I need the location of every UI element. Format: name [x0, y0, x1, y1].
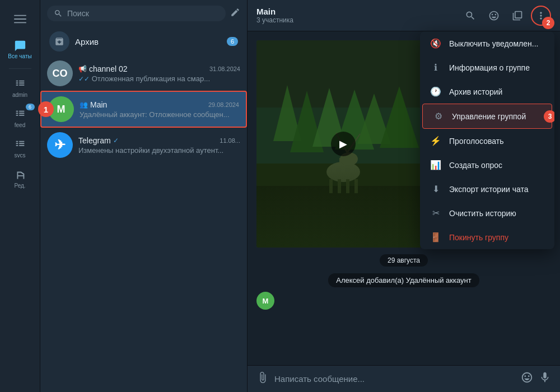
vote-label: Проголосовать [449, 137, 503, 146]
chat-item-channel02[interactable]: CO 📢 channel 02 31.08.2024 ✓✓ Отложенная… [40, 56, 247, 91]
sidebar-item-edit[interactable]: Ред. [7, 165, 34, 192]
chat-info-telegram: Telegram ✓ 11.08... Изменены настройки д… [78, 136, 240, 155]
history-archive-icon: 🕐 [430, 86, 441, 97]
menu-item-group-info[interactable]: ℹ Информация о группе [420, 55, 554, 80]
chat-title: Main [256, 7, 293, 16]
sidebar-divider [9, 68, 31, 69]
archive-badge: 6 [227, 37, 238, 46]
date-divider: 29 августа [256, 254, 551, 267]
system-message: Алексей добавил(а) Удалённый аккаунт [256, 273, 551, 287]
search-input[interactable] [67, 9, 219, 18]
message-input[interactable] [274, 374, 515, 384]
all-chats-label: Все чаты [8, 53, 31, 59]
svg-rect-1 [14, 18, 26, 20]
chat-list-panel: Архив 6 CO 📢 channel 02 31.08.2024 ✓✓ От… [40, 0, 248, 392]
date-badge: 29 августа [380, 254, 428, 267]
history-archive-label: Архив историй [449, 87, 502, 96]
menu-item-manage-group[interactable]: ⚙ Управление группой 3 [422, 104, 552, 129]
svg-rect-19 [354, 179, 358, 193]
chat-preview-main: Удалённый аккаунт: Отложенное сообщен... [80, 110, 239, 119]
step-badge-2: 2 [542, 17, 554, 29]
search-input-wrap[interactable] [47, 6, 226, 21]
chat-time-main: 29.08.2024 [208, 101, 239, 108]
compose-button[interactable] [230, 7, 240, 20]
create-poll-icon: 📊 [430, 160, 441, 170]
more-button[interactable] [507, 6, 528, 26]
video-thumb-large[interactable]: ▶ [256, 40, 430, 248]
svg-rect-0 [14, 15, 26, 16]
edit-label: Ред. [14, 183, 25, 189]
chat-name-main: 👥 Main [80, 100, 107, 109]
msg-user-avatar: М [256, 292, 274, 310]
chat-preview-telegram: Изменены настройки двухэтапной аутент... [78, 146, 240, 155]
verified-icon: ✓ [113, 137, 119, 144]
group-icon: 👥 [80, 101, 88, 109]
sidebar-item-feed[interactable]: 6 feed [7, 105, 34, 132]
group-info-icon: ℹ [430, 62, 441, 73]
chat-subtitle: 3 участника [256, 16, 293, 24]
group-info-label: Информация о группе [449, 63, 530, 72]
avatar-channel02: CO [47, 60, 73, 86]
menu-item-history-archive[interactable]: 🕐 Архив историй [420, 80, 554, 104]
attach-button[interactable] [256, 371, 269, 386]
vote-icon: ⚡ [430, 136, 441, 146]
chat-time-channel02: 31.08.2024 [209, 66, 240, 72]
sidebar-item-svcs[interactable]: svcs [7, 135, 34, 162]
emoji-button[interactable] [521, 371, 533, 386]
svg-rect-11 [256, 164, 430, 248]
sidebar-item-menu[interactable] [7, 6, 34, 32]
chat-item-telegram[interactable]: ✈ Telegram ✓ 11.08... Изменены настройки… [40, 128, 247, 162]
sidebar-item-admin[interactable]: admin [7, 74, 34, 101]
step-badge-1: 1 [38, 101, 54, 117]
chat-item-main[interactable]: 1 M 👥 Main 29.08.2024 Удалённый аккаунт:… [40, 91, 247, 128]
svg-rect-2 [14, 22, 26, 24]
archive-info: Архив [75, 37, 221, 46]
main-chat-area: Main 3 участника 2 [248, 0, 560, 392]
create-poll-label: Создать опрос [449, 161, 502, 170]
menu-item-leave-group[interactable]: 🚪 Покинуть группу [420, 225, 554, 249]
dropdown-menu: 🔇 Выключить уведомлен... ℹ Информация о … [420, 31, 554, 249]
menu-item-mute[interactable]: 🔇 Выключить уведомлен... [420, 31, 554, 55]
search-icon [54, 9, 63, 18]
svg-rect-4 [256, 40, 430, 108]
chat-header: Main 3 участника 2 [248, 0, 560, 31]
play-button-large[interactable]: ▶ [331, 132, 356, 156]
svg-rect-16 [329, 179, 333, 193]
chat-name-telegram: Telegram ✓ [78, 136, 119, 145]
admin-label: admin [12, 92, 27, 98]
svg-point-13 [326, 162, 360, 182]
mic-button[interactable] [539, 371, 551, 386]
channel-icon: 📢 [78, 65, 87, 73]
menu-item-clear-history[interactable]: ✂ Очистить историю [420, 201, 554, 225]
svcs-label: svcs [15, 152, 26, 158]
menu-item-vote[interactable]: ⚡ Проголосовать [420, 129, 554, 153]
chat-info-channel02: 📢 channel 02 31.08.2024 ✓✓ Отложенная пу… [78, 64, 240, 83]
chat-info-main: 👥 Main 29.08.2024 Удалённый аккаунт: Отл… [80, 100, 239, 119]
svg-rect-17 [338, 179, 341, 193]
mute-icon: 🔇 [430, 38, 441, 49]
narrow-sidebar: Все чаты admin 6 feed svcs Ред. [0, 0, 40, 392]
manage-group-icon: ⚙ [433, 111, 444, 122]
clear-history-label: Очистить историю [449, 209, 516, 218]
menu-item-export-history[interactable]: ⬇ Экспорт истории чата [420, 177, 554, 201]
export-history-icon: ⬇ [430, 184, 441, 194]
chat-name-channel02: 📢 channel 02 [78, 64, 128, 73]
menu-item-create-poll[interactable]: 📊 Создать опрос [420, 153, 554, 177]
menu-button[interactable]: 2 [531, 6, 551, 26]
reactions-button[interactable] [484, 6, 504, 26]
manage-group-label: Управление группой [452, 112, 526, 121]
msg-avatar-row: М [256, 292, 551, 310]
input-area [248, 365, 560, 392]
system-bubble: Алексей добавил(а) Удалённый аккаунт [328, 273, 479, 287]
svg-rect-18 [346, 179, 349, 193]
leave-group-label: Покинуть группу [449, 233, 508, 242]
chat-preview-channel02: ✓✓ Отложенная публикация на смар... [78, 74, 240, 83]
clear-history-icon: ✂ [430, 208, 441, 218]
feed-badge: 6 [26, 104, 35, 110]
search-button[interactable] [460, 6, 480, 26]
search-bar [40, 0, 247, 27]
archive-header[interactable]: Архив 6 [40, 27, 247, 56]
chat-header-info: Main 3 участника [256, 7, 293, 24]
export-history-label: Экспорт истории чата [449, 185, 528, 194]
sidebar-item-all-chats[interactable]: Все чаты [7, 36, 34, 63]
